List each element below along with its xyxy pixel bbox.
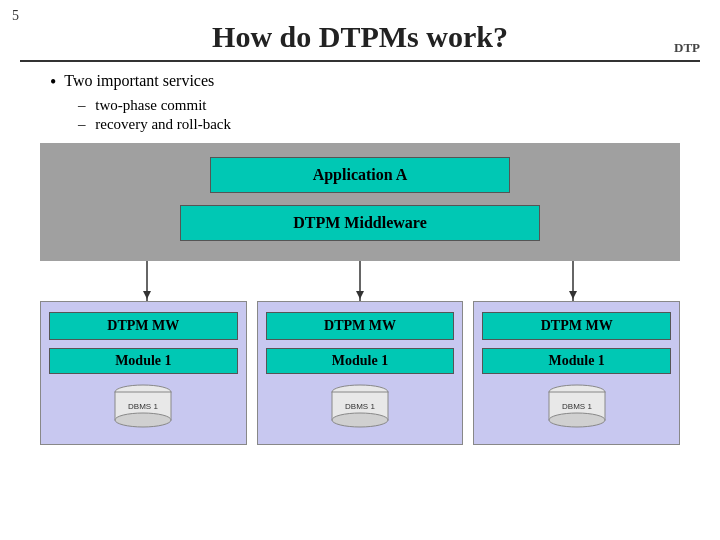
- slide-number: 5: [12, 8, 19, 24]
- node-row: DTPM MW Module 1 DBMS 1 DTPM MW Module 1: [40, 301, 680, 445]
- connector-svg: [40, 261, 680, 301]
- application-box: Application A: [210, 157, 510, 193]
- svg-marker-5: [569, 291, 577, 299]
- node-box-2: DTPM MW Module 1 DBMS 1: [257, 301, 464, 445]
- title-badge: DTP: [674, 40, 700, 56]
- gray-background-box: Application A DTPM Middleware: [40, 143, 680, 261]
- svg-point-8: [115, 413, 171, 427]
- slide-title: How do DTPMs work?: [212, 20, 508, 54]
- node-2-module: Module 1: [266, 348, 455, 374]
- bullet-main-text: Two important services: [64, 72, 214, 90]
- node-1-module: Module 1: [49, 348, 238, 374]
- slide: 5 How do DTPMs work? DTP Two important s…: [0, 0, 720, 540]
- node-1-dbms-cylinder: DBMS 1: [108, 382, 178, 432]
- svg-text:DBMS 1: DBMS 1: [345, 402, 375, 411]
- bullet-main: Two important services: [50, 72, 700, 93]
- diagram-area: Application A DTPM Middleware DTPM MW: [40, 143, 680, 445]
- connectors: [40, 261, 680, 301]
- svg-marker-3: [143, 291, 151, 299]
- node-1-label: DTPM MW: [49, 312, 238, 340]
- node-box-1: DTPM MW Module 1 DBMS 1: [40, 301, 247, 445]
- title-area: How do DTPMs work? DTP: [20, 10, 700, 62]
- node-3-module: Module 1: [482, 348, 671, 374]
- node-2-label: DTPM MW: [266, 312, 455, 340]
- node-box-3: DTPM MW Module 1 DBMS 1: [473, 301, 680, 445]
- svg-point-16: [549, 413, 605, 427]
- svg-point-12: [332, 413, 388, 427]
- svg-text:DBMS 1: DBMS 1: [128, 402, 158, 411]
- node-3-dbms-cylinder: DBMS 1: [542, 382, 612, 432]
- node-3-label: DTPM MW: [482, 312, 671, 340]
- middleware-box: DTPM Middleware: [180, 205, 540, 241]
- bullet-sub-2: recovery and roll-back: [78, 116, 700, 133]
- svg-marker-4: [356, 291, 364, 299]
- bullet-sub-1: two-phase commit: [78, 97, 700, 114]
- bullet-section: Two important services two-phase commit …: [50, 72, 700, 133]
- bullet-sub-2-text: recovery and roll-back: [95, 116, 231, 132]
- bullet-sub-1-text: two-phase commit: [95, 97, 206, 113]
- svg-text:DBMS 1: DBMS 1: [562, 402, 592, 411]
- node-2-dbms-cylinder: DBMS 1: [325, 382, 395, 432]
